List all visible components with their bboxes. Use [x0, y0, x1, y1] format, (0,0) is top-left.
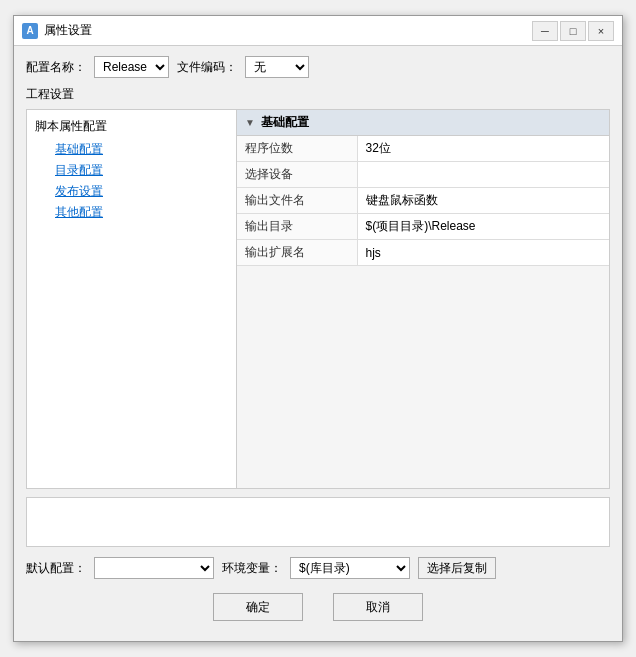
app-icon: A — [22, 23, 38, 39]
table-row: 输出文件名 键盘鼠标函数 — [237, 188, 609, 214]
config-value[interactable]: hjs — [357, 240, 609, 266]
config-name-select[interactable]: Release Debug — [94, 56, 169, 78]
tree-root-item[interactable]: 脚本属性配置 — [31, 116, 232, 137]
table-row: 输出目录 $(项目目录)\Release — [237, 214, 609, 240]
action-buttons-row: 确定 取消 — [26, 593, 610, 631]
tree-item-publish[interactable]: 发布设置 — [51, 181, 232, 202]
copy-after-select-button[interactable]: 选择后复制 — [418, 557, 496, 579]
config-key: 程序位数 — [237, 136, 357, 162]
config-value[interactable]: 键盘鼠标函数 — [357, 188, 609, 214]
tree-item-other[interactable]: 其他配置 — [51, 202, 232, 223]
close-button[interactable]: × — [588, 21, 614, 41]
config-table: 程序位数 32位 选择设备 输出文件名 键盘鼠标函数 输出目录 — [237, 136, 609, 266]
file-encoding-select[interactable]: 无 UTF-8 GBK — [245, 56, 309, 78]
config-key: 输出扩展名 — [237, 240, 357, 266]
tree-children: 基础配置 目录配置 发布设置 其他配置 — [31, 139, 232, 223]
minimize-button[interactable]: ─ — [532, 21, 558, 41]
tree-item-dir[interactable]: 目录配置 — [51, 160, 232, 181]
confirm-button[interactable]: 确定 — [213, 593, 303, 621]
title-bar: A 属性设置 ─ □ × — [14, 16, 622, 46]
file-encoding-label: 文件编码： — [177, 59, 237, 76]
project-settings-label: 工程设置 — [26, 86, 610, 103]
config-value[interactable]: 32位 — [357, 136, 609, 162]
table-row: 选择设备 — [237, 162, 609, 188]
config-panel-header: ▼ 基础配置 — [237, 110, 609, 136]
config-key: 输出文件名 — [237, 188, 357, 214]
maximize-button[interactable]: □ — [560, 21, 586, 41]
cancel-button[interactable]: 取消 — [333, 593, 423, 621]
description-box — [26, 497, 610, 547]
title-controls: ─ □ × — [532, 21, 614, 41]
config-value[interactable] — [357, 162, 609, 188]
tree-item-basic[interactable]: 基础配置 — [51, 139, 232, 160]
default-config-select[interactable] — [94, 557, 214, 579]
config-panel-title: 基础配置 — [261, 114, 309, 131]
config-name-label: 配置名称： — [26, 59, 86, 76]
config-value[interactable]: $(项目目录)\Release — [357, 214, 609, 240]
bottom-row: 默认配置： 环境变量： $(库目录) 选择后复制 — [26, 557, 610, 579]
config-key: 输出目录 — [237, 214, 357, 240]
main-panel: 脚本属性配置 基础配置 目录配置 发布设置 其他配置 ▼ 基础配置 程 — [26, 109, 610, 489]
table-row: 程序位数 32位 — [237, 136, 609, 162]
env-var-select[interactable]: $(库目录) — [290, 557, 410, 579]
collapse-arrow-icon[interactable]: ▼ — [245, 117, 255, 128]
right-config-panel: ▼ 基础配置 程序位数 32位 选择设备 输出文件 — [237, 110, 609, 488]
window-title: 属性设置 — [44, 22, 92, 39]
title-bar-left: A 属性设置 — [22, 22, 92, 39]
config-key: 选择设备 — [237, 162, 357, 188]
default-config-label: 默认配置： — [26, 560, 86, 577]
main-window: A 属性设置 ─ □ × 配置名称： Release Debug 文件编码： 无… — [13, 15, 623, 642]
top-row: 配置名称： Release Debug 文件编码： 无 UTF-8 GBK — [26, 56, 610, 78]
table-row: 输出扩展名 hjs — [237, 240, 609, 266]
env-var-label: 环境变量： — [222, 560, 282, 577]
left-tree: 脚本属性配置 基础配置 目录配置 发布设置 其他配置 — [27, 110, 237, 488]
window-content: 配置名称： Release Debug 文件编码： 无 UTF-8 GBK 工程… — [14, 46, 622, 641]
